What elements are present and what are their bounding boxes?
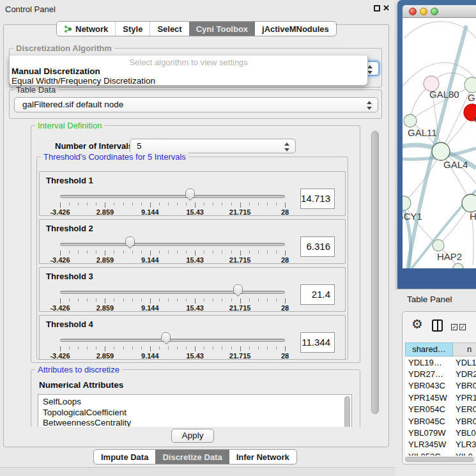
tab-jactivemnodules[interactable]: jActiveMNodules xyxy=(255,22,336,36)
tab-label: Impute Data xyxy=(101,452,148,462)
network-icon xyxy=(64,25,72,33)
tick-mark xyxy=(231,346,232,349)
cell-name: YER0 xyxy=(453,404,476,414)
tick-mark xyxy=(60,346,61,351)
table-row[interactable]: YBL079WYBL0 xyxy=(405,427,476,438)
cell-shared-name: YBR045C xyxy=(405,417,453,426)
network-node-GAL4-node[interactable] xyxy=(432,142,450,160)
list-item-topologicalcoefficient[interactable]: TopologicalCoefficient xyxy=(38,408,351,418)
table-row[interactable]: YLR345WYLR3 xyxy=(405,439,476,450)
threshold-value-field[interactable]: 21.4 xyxy=(300,284,335,305)
table-row[interactable]: YDR27…YDR2 xyxy=(405,368,476,380)
tick-mark xyxy=(276,298,277,302)
panel-title: Control Panel xyxy=(5,4,56,14)
slider-handle[interactable] xyxy=(185,188,195,198)
tick-label: 28 xyxy=(269,256,301,264)
dropdown-option-manual-discretization[interactable]: Manual Discretization xyxy=(12,66,100,76)
tick-mark xyxy=(240,250,241,256)
tab-select[interactable]: Select xyxy=(150,22,188,36)
tab-discretize-data[interactable]: Discretize Data xyxy=(155,450,229,464)
minimize-traffic-light[interactable] xyxy=(420,8,427,15)
float-icon[interactable] xyxy=(374,5,380,12)
combo-arrows-icon xyxy=(284,142,289,152)
slider-handle[interactable] xyxy=(125,236,135,246)
tick-mark xyxy=(141,250,142,254)
threshold-value-field[interactable]: 6.316 xyxy=(300,236,335,257)
cell-name: YDR2 xyxy=(453,369,476,379)
tab-style[interactable]: Style xyxy=(115,22,150,36)
table-data-label: Table Data xyxy=(13,85,58,95)
slider-handle[interactable] xyxy=(161,332,171,342)
numerical-attributes-list[interactable]: SelfLoopsTopologicalCoefficientBetweenne… xyxy=(38,394,352,427)
checkbox-icon[interactable]: ✓ xyxy=(459,324,466,330)
list-scrollbar[interactable] xyxy=(344,396,350,427)
table-row[interactable]: YER054CYER0 xyxy=(405,404,476,415)
table-hscrollbar[interactable] xyxy=(405,457,474,462)
column-header-name[interactable]: n xyxy=(453,342,476,357)
bottom-tab-bar: Impute DataDiscretize DataInfer Network xyxy=(93,449,297,464)
number-of-intervals-combobox[interactable]: 5 xyxy=(130,139,296,153)
settings-viewport: Interval Definition Number of Intervals … xyxy=(26,120,368,427)
network-node-HAP2-node[interactable] xyxy=(433,240,444,251)
network-node-GCY1-node[interactable] xyxy=(403,196,411,210)
tick-mark xyxy=(105,203,105,208)
network-node-label: GAL11 xyxy=(408,127,437,138)
settings-scrollbar-thumb[interactable] xyxy=(371,131,379,414)
table-row[interactable]: YPR145WYPR1 xyxy=(405,392,476,403)
network-node-GAL11-node[interactable] xyxy=(404,114,417,127)
threshold-label: Threshold 3 xyxy=(46,272,93,281)
tab-infer-network[interactable]: Infer Network xyxy=(229,450,296,464)
tick-mark xyxy=(69,346,70,349)
tick-label: -3.426 xyxy=(44,352,76,360)
table-row[interactable]: YBR045CYBR0 xyxy=(405,415,476,427)
tick-mark xyxy=(249,298,250,302)
checkbox-icon[interactable]: ✓ xyxy=(451,324,457,330)
zoom-traffic-light[interactable] xyxy=(431,8,438,15)
slider-track[interactable] xyxy=(60,291,285,294)
network-node-label: GCY1 xyxy=(403,211,422,222)
close-icon[interactable]: ✕ xyxy=(383,3,390,13)
close-traffic-light[interactable] xyxy=(409,8,417,15)
tab-impute-data[interactable]: Impute Data xyxy=(94,450,155,464)
tick-mark xyxy=(204,346,204,349)
list-item-betweennesscentrality[interactable]: BetweennessCentrality xyxy=(38,418,351,427)
table-row[interactable]: YBR043CYBR0 xyxy=(405,380,476,392)
cell-name: YDL1 xyxy=(453,358,476,367)
table-row[interactable]: YIL052CYIL0 xyxy=(405,450,476,456)
tick-mark xyxy=(96,250,96,254)
slider-track[interactable] xyxy=(60,339,285,342)
slider-handle[interactable] xyxy=(233,284,243,294)
tick-mark xyxy=(231,203,232,206)
tick-mark xyxy=(132,250,133,254)
tick-mark xyxy=(249,346,250,349)
tab-network[interactable]: Network xyxy=(57,22,115,36)
slider-track[interactable] xyxy=(60,243,285,246)
tick-mark xyxy=(186,298,187,302)
table-row[interactable]: YDL19…YDL1 xyxy=(405,357,476,368)
apply-button[interactable]: Apply xyxy=(171,429,214,443)
columns-icon[interactable] xyxy=(432,319,443,332)
network-node-GAL80-node[interactable] xyxy=(464,77,476,93)
tick-label: 21.715 xyxy=(224,208,256,216)
tick-mark xyxy=(150,250,151,256)
slider-track[interactable] xyxy=(60,195,285,198)
tick-mark xyxy=(114,298,114,302)
thresholds-group: Threshold's Coordinates for 5 Intervals … xyxy=(36,157,348,360)
thresholds-group-title: Threshold's Coordinates for 5 Intervals xyxy=(41,152,188,162)
column-header-shared[interactable]: shared… xyxy=(405,342,453,357)
tick-mark xyxy=(141,298,142,302)
list-item-selfloops[interactable]: SelfLoops xyxy=(38,397,351,408)
network-window-titlebar[interactable] xyxy=(403,5,476,18)
tick-mark xyxy=(267,346,268,349)
dropdown-option-equal-width-frequency-discretization[interactable]: Equal Width/Frequency Discretization xyxy=(12,76,155,86)
tick-label: 2.859 xyxy=(89,352,121,360)
gear-icon[interactable]: ⚙ xyxy=(411,317,423,331)
threshold-value-field[interactable]: 14.713 xyxy=(300,188,335,209)
network-node-edge-node[interactable] xyxy=(453,263,463,268)
network-canvas[interactable]: GAL80G.CGAL11GAL4GCY1HHAP2 xyxy=(403,18,476,268)
threshold-value-field[interactable]: 11.344 xyxy=(300,332,335,353)
table-data-combobox[interactable]: galFiltered.sif default node xyxy=(14,97,378,112)
tick-label: 15.43 xyxy=(179,304,211,312)
tab-cyni-toolbox[interactable]: Cyni Toolbox xyxy=(189,22,255,36)
network-node-H-node[interactable] xyxy=(462,194,476,212)
